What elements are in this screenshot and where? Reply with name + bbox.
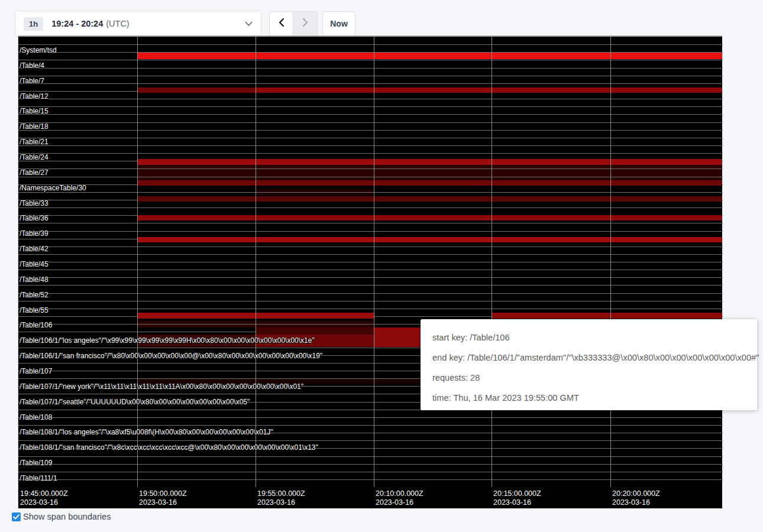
h-gridline — [18, 417, 723, 418]
h-gridline — [18, 114, 723, 115]
h-gridline — [18, 309, 723, 309]
row-label: /Table/27 — [20, 168, 49, 177]
h-gridline — [18, 254, 723, 255]
h-gridline — [18, 207, 723, 208]
h-gridline — [18, 76, 723, 76]
h-gridline — [18, 68, 723, 69]
row-label: /Table/7 — [20, 77, 44, 85]
prev-interval-button[interactable] — [269, 11, 293, 36]
h-gridline — [18, 138, 723, 138]
h-gridline — [18, 231, 723, 232]
row-label: /Table/24 — [20, 153, 49, 161]
h-gridline — [18, 440, 723, 441]
chevron-left-icon — [277, 18, 285, 30]
x-tick-label: 20:20:00.000Z2023-03-16 — [612, 489, 660, 507]
tooltip-time: time: Thu, 16 Mar 2023 19:55:00 GMT — [432, 388, 757, 408]
row-label: /Table/111/1 — [20, 474, 57, 482]
heat-band — [137, 165, 722, 181]
h-gridline — [18, 130, 723, 131]
show-span-boundaries-checkbox[interactable] — [12, 512, 21, 521]
heat-band — [137, 180, 722, 186]
row-label: /Table/45 — [20, 260, 49, 268]
row-label: /Table/108/1/"los angeles"/"\xa8\xf5\u00… — [20, 428, 273, 436]
h-gridline — [18, 192, 723, 193]
h-gridline — [18, 285, 723, 286]
row-label: /Table/33 — [20, 199, 49, 207]
heat-band — [137, 53, 722, 59]
h-gridline — [18, 177, 723, 177]
heat-band — [374, 335, 422, 347]
v-gridline — [610, 37, 611, 487]
x-tick-label: 20:10:00.000Z2023-03-16 — [376, 489, 423, 507]
h-gridline — [18, 262, 723, 262]
h-gridline — [18, 153, 723, 154]
v-gridline — [137, 37, 138, 487]
h-gridline — [18, 425, 723, 426]
heat-band — [137, 237, 722, 242]
row-label: /Table/12 — [20, 92, 49, 100]
chevron-right-icon — [302, 18, 309, 30]
row-label: /Table/15 — [20, 107, 49, 115]
bucket-tooltip: start key: /Table/106 end key: /Table/10… — [421, 319, 757, 410]
h-gridline — [18, 456, 723, 457]
row-label: /Table/109 — [20, 459, 52, 467]
heat-band — [256, 327, 374, 335]
row-label: /Table/48 — [20, 275, 49, 284]
v-gridline — [256, 37, 256, 487]
row-label: /Table/4 — [20, 61, 44, 70]
heat-band — [374, 327, 422, 335]
time-nav-group — [269, 11, 318, 36]
h-gridline — [18, 44, 723, 45]
row-label: /Table/55 — [20, 306, 49, 314]
row-label: /Table/106 — [20, 321, 52, 329]
h-gridline — [18, 99, 723, 99]
h-gridline — [18, 270, 723, 270]
heat-band — [137, 196, 722, 202]
h-gridline — [18, 122, 723, 123]
h-gridline — [18, 83, 723, 84]
h-gridline — [18, 479, 723, 480]
heat-band — [137, 87, 256, 93]
h-gridline — [18, 246, 723, 247]
row-label: /NamespaceTable/30 — [20, 184, 86, 192]
heat-band — [137, 215, 722, 220]
time-range-select[interactable]: 1h 19:24 - 20:24 (UTC) — [15, 11, 261, 37]
h-gridline — [18, 277, 723, 278]
h-gridline — [18, 464, 723, 465]
h-gridline — [18, 168, 723, 169]
heatmap-plot-area[interactable]: /System/tsd/Table/4/Table/7/Table/12/Tab… — [18, 37, 723, 487]
next-interval-button[interactable] — [293, 11, 318, 36]
row-label: /Table/52 — [20, 291, 49, 299]
row-label: /Table/107 — [20, 367, 52, 375]
time-range-timezone: (UTC) — [106, 19, 129, 28]
row-label: /Table/42 — [20, 245, 49, 253]
x-tick-label: 19:50:00.000Z2023-03-16 — [139, 489, 187, 507]
row-label: /Table/106/1/"los angeles"/"\x99\x99\x99… — [20, 336, 315, 345]
chevron-down-icon — [245, 21, 253, 27]
row-label: /Table/108/1/"san francisco"/"\x8c\xcc\x… — [20, 443, 318, 452]
row-label: /Table/107/1/"new york"/"\x11\x11\x11\x1… — [20, 382, 303, 391]
v-gridline — [374, 37, 374, 487]
heat-band — [137, 159, 722, 165]
h-gridline — [18, 293, 723, 294]
span-boundaries-control: Show span boundaries — [12, 512, 111, 521]
v-gridline — [492, 37, 492, 487]
tooltip-end-key: end key: /Table/106/1/"amsterdam"/"\xb33… — [432, 348, 757, 368]
tooltip-requests: requests: 28 — [432, 368, 757, 388]
now-button[interactable]: Now — [322, 11, 355, 36]
checkmark-icon — [13, 514, 20, 520]
time-range-value: 19:24 - 20:24 — [51, 19, 103, 28]
row-label: /Table/21 — [20, 138, 49, 146]
row-label: /Table/106/1/"san francisco"/"\x80\x00\x… — [20, 352, 322, 360]
key-visualizer-heatmap[interactable]: /System/tsd/Table/4/Table/7/Table/12/Tab… — [18, 35, 722, 508]
time-range-badge: 1h — [24, 17, 43, 31]
row-label: /System/tsd — [20, 46, 57, 54]
row-label: /Table/39 — [20, 229, 49, 238]
x-tick-label: 19:55:00.000Z2023-03-16 — [257, 489, 305, 507]
h-gridline — [18, 472, 723, 472]
row-label: /Table/18 — [20, 122, 49, 131]
x-tick-label: 19:45:00.000Z2023-03-16 — [20, 489, 68, 507]
show-span-boundaries-label: Show span boundaries — [23, 512, 111, 521]
h-gridline — [18, 301, 723, 301]
row-label: /Table/36 — [20, 214, 49, 222]
